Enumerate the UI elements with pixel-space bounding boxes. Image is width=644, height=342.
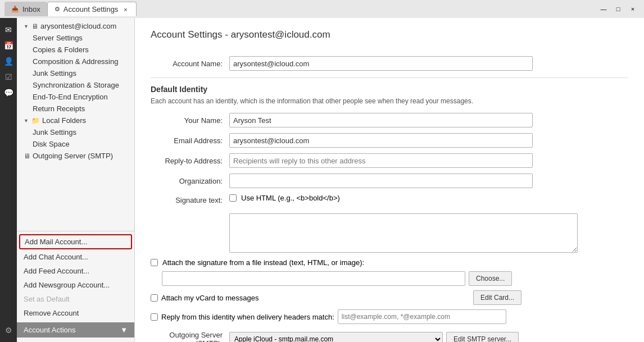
add-mail-account-label: Add Mail Account... <box>25 238 87 246</box>
junk-settings-local-item[interactable]: Junk Settings <box>17 126 134 138</box>
use-html-checkbox[interactable] <box>229 194 237 202</box>
chat-nav-icon[interactable]: 💬 <box>1 85 16 100</box>
inbox-tab-icon: 📥 <box>11 6 19 13</box>
outgoing-server-select[interactable]: Apple iCloud - smtp.mail.me.com <box>229 332 443 342</box>
outgoing-smtp-label: Outgoing Server (SMTP) <box>33 152 113 160</box>
org-row: Organization: <box>151 174 628 188</box>
composition-addressing-item[interactable]: Composition & Addressing <box>17 56 134 67</box>
maximize-button[interactable]: □ <box>611 2 625 16</box>
e2e-encryption-item[interactable]: End-To-End Encryption <box>17 91 134 103</box>
minimize-button[interactable]: — <box>597 2 610 16</box>
settings-tab-icon: ⚙ <box>55 6 60 13</box>
account-actions-button[interactable]: Account Actions ▼ <box>17 322 134 338</box>
e2e-encryption-label: End-To-End Encryption <box>33 93 108 101</box>
account-name-label: Account Name: <box>151 60 229 68</box>
email-row: Email Address: <box>151 133 628 148</box>
reply-to-input[interactable] <box>229 153 533 168</box>
local-folders-label: Local Folders <box>42 116 86 125</box>
attach-vcard-label: Attach my vCard to messages <box>161 294 258 302</box>
your-name-input[interactable] <box>229 113 533 127</box>
settings-tab-label: Account Settings <box>64 5 119 13</box>
disk-space-item[interactable]: Disk Space <box>17 138 134 150</box>
composition-addressing-label: Composition & Addressing <box>33 57 118 66</box>
attach-sig-section: Attach the signature from a file instead… <box>151 258 628 286</box>
default-identity-desc: Each account has an identity, which is t… <box>151 97 488 105</box>
edit-smtp-button[interactable]: Edit SMTP server... <box>446 332 519 342</box>
reply-match-checkbox[interactable] <box>151 313 158 321</box>
outgoing-server-label: Outgoing Server (SMTP): <box>151 331 229 342</box>
titlebar: 📥 Inbox ⚙ Account Settings × — □ × <box>0 0 644 18</box>
add-feed-account-item[interactable]: Add Feed Account... <box>17 264 134 278</box>
attach-sig-label: Attach the signature from a file instead… <box>162 258 364 267</box>
window-controls: — □ × <box>597 2 640 16</box>
server-settings-item[interactable]: Server Settings <box>17 32 134 44</box>
attach-sig-checkbox[interactable] <box>151 259 158 266</box>
your-name-row: Your Name: <box>151 113 628 127</box>
signature-row: Signature text: Use HTML (e.g., <b>bold<… <box>151 194 628 207</box>
reply-match-label: Reply from this identity when delivery h… <box>161 313 334 321</box>
account-actions-label: Account Actions <box>24 326 76 334</box>
main-area: ✉ 📅 👤 ☑ 💬 ⚙ ▼ 🖥 arysontest@icloud.com Se… <box>0 18 644 342</box>
add-chat-account-label: Add Chat Account... <box>24 253 88 261</box>
outgoing-smtp-item[interactable]: 🖥 Outgoing Server (SMTP) <box>17 150 134 162</box>
local-folders-expand-arrow: ▼ <box>24 118 29 124</box>
use-html-row: Use HTML (e.g., <b>bold</b>) <box>229 194 340 202</box>
attach-vcard-checkbox[interactable] <box>151 294 158 302</box>
copies-folders-item[interactable]: Copies & Folders <box>17 44 134 56</box>
return-receipts-label: Return Receipts <box>33 104 85 113</box>
folder-tree: ▼ 🖥 arysontest@icloud.com Server Setting… <box>17 18 134 231</box>
tab-close-button[interactable]: × <box>121 6 129 13</box>
contacts-nav-icon[interactable]: 👤 <box>1 54 16 69</box>
add-feed-account-label: Add Feed Account... <box>24 267 89 275</box>
content-area: Account Settings - arysontest@icloud.com… <box>135 18 644 342</box>
edit-card-button[interactable]: Edit Card... <box>473 290 521 305</box>
reply-match-input[interactable] <box>338 309 506 324</box>
org-input[interactable] <box>229 174 533 188</box>
settings-nav-icon[interactable]: ⚙ <box>1 323 16 338</box>
tab-bar: 📥 Inbox ⚙ Account Settings × <box>4 2 137 16</box>
account-expand-arrow: ▼ <box>24 24 29 29</box>
set-default-label: Set as Default <box>24 295 70 303</box>
account-icon: 🖥 <box>31 22 38 30</box>
remove-account-label: Remove Account <box>24 309 79 317</box>
account-name-input[interactable] <box>229 56 533 71</box>
account-email-label: arysontest@icloud.com <box>40 22 116 30</box>
reply-to-row: Reply-to Address: <box>151 153 628 168</box>
disk-space-label: Disk Space <box>33 140 70 148</box>
tab-account-settings[interactable]: ⚙ Account Settings × <box>47 2 137 16</box>
org-label: Organization: <box>151 177 229 185</box>
tab-inbox[interactable]: 📥 Inbox <box>4 2 47 16</box>
junk-settings-account-label: Junk Settings <box>33 69 76 77</box>
add-chat-account-item[interactable]: Add Chat Account... <box>17 250 134 264</box>
local-folders-root-item[interactable]: ▼ 📁 Local Folders <box>17 115 134 126</box>
choose-button[interactable]: Choose... <box>469 271 512 286</box>
add-newsgroup-account-item[interactable]: Add Newsgroup Account... <box>17 278 134 292</box>
signature-textarea[interactable] <box>229 213 578 253</box>
email-label: Email Address: <box>151 136 229 145</box>
calendar-nav-icon[interactable]: 📅 <box>1 38 16 53</box>
attach-sig-path-input[interactable] <box>162 271 465 286</box>
titlebar-left: 📥 Inbox ⚙ Account Settings × <box>4 2 137 16</box>
close-button[interactable]: × <box>626 2 640 16</box>
divider-1 <box>151 77 628 78</box>
remove-account-item[interactable]: Remove Account <box>17 306 134 320</box>
icon-bar: ✉ 📅 👤 ☑ 💬 ⚙ <box>0 18 17 342</box>
account-root-item[interactable]: ▼ 🖥 arysontest@icloud.com <box>17 20 134 32</box>
junk-settings-account-item[interactable]: Junk Settings <box>17 67 134 79</box>
mail-nav-icon[interactable]: ✉ <box>1 22 16 37</box>
account-actions-chevron-icon: ▼ <box>120 326 128 334</box>
add-mail-account-item[interactable]: Add Mail Account... <box>19 234 132 249</box>
email-input[interactable] <box>229 133 533 148</box>
outgoing-row: Outgoing Server (SMTP): Apple iCloud - s… <box>151 331 628 342</box>
junk-settings-local-label: Junk Settings <box>33 128 76 136</box>
reply-match-row: Reply from this identity when delivery h… <box>151 309 628 324</box>
sync-storage-item[interactable]: Synchronization & Storage <box>17 79 134 91</box>
sidebar-actions: Add Mail Account... Add Chat Account... … <box>17 231 134 342</box>
tasks-nav-icon[interactable]: ☑ <box>1 70 16 84</box>
default-identity-section: Default Identity Each account has an ide… <box>151 85 628 342</box>
return-receipts-item[interactable]: Return Receipts <box>17 103 134 115</box>
inbox-tab-label: Inbox <box>22 5 40 13</box>
default-identity-header: Default Identity <box>151 85 628 94</box>
use-html-label: Use HTML (e.g., <b>bold</b>) <box>241 194 340 202</box>
signature-options: Use HTML (e.g., <b>bold</b>) <box>229 194 340 207</box>
